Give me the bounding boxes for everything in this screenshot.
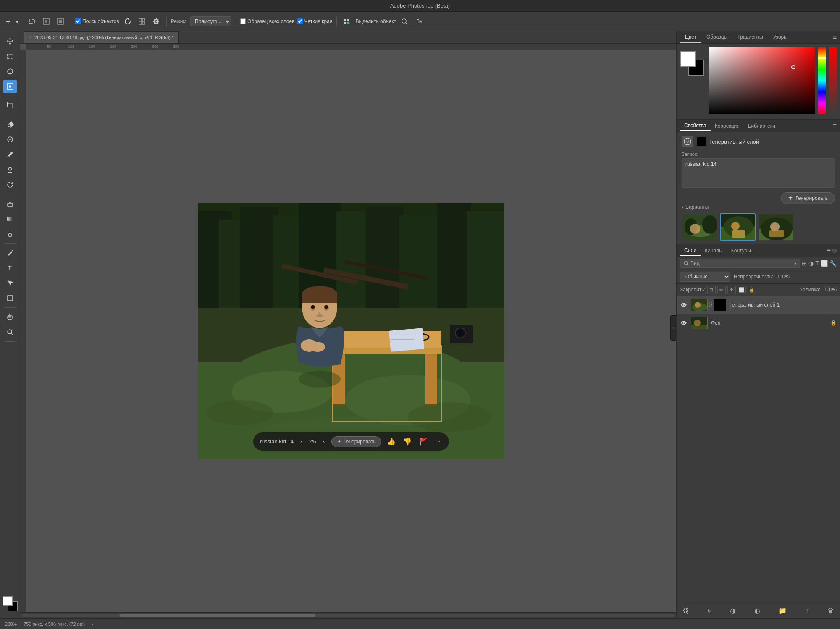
path-select-tool[interactable]	[3, 276, 17, 290]
dodge-tool[interactable]	[3, 227, 17, 241]
blend-mode-select[interactable]: Обычные	[680, 272, 730, 282]
tab-paths[interactable]: Контуры	[727, 246, 755, 255]
lasso-tool[interactable]	[3, 65, 17, 78]
lock-all-btn[interactable]: 🔒	[748, 286, 756, 294]
tab-libraries[interactable]: Библиотеки	[744, 121, 780, 131]
delete-layer-btn[interactable]: 🗑	[825, 606, 837, 616]
new-fill-layer-btn[interactable]: ◐	[752, 606, 763, 616]
opacity-strip[interactable]	[829, 47, 837, 114]
tab-patterns[interactable]: Узоры	[768, 31, 793, 43]
gen-bar-thumbup-btn[interactable]: 👍	[386, 436, 397, 447]
gen-bar-thumbdown-btn[interactable]: 👎	[402, 436, 413, 447]
new-group-btn[interactable]: 📁	[776, 606, 789, 616]
brush-tool[interactable]	[3, 148, 17, 161]
select-all-btn[interactable]	[136, 16, 148, 26]
lock-pixels-btn[interactable]: ⊞	[707, 286, 716, 294]
generate-button[interactable]: Генерировать	[781, 192, 835, 204]
tab-color[interactable]: Цвет	[680, 31, 701, 43]
eraser-tool[interactable]	[3, 197, 17, 210]
lock-artboard-btn[interactable]: ⬜	[738, 286, 746, 294]
stamp-tool[interactable]	[3, 163, 17, 176]
mode-select[interactable]: Прямоуго...	[190, 16, 231, 26]
move-tool-btn[interactable]: ✛ ▾	[3, 16, 24, 26]
tab-gradients[interactable]: Градиенты	[732, 31, 768, 43]
marquee-tool-btn[interactable]	[26, 16, 38, 26]
search-objects-checkbox[interactable]: Поиск объектов	[75, 18, 119, 24]
lock-paint-btn[interactable]: ✏	[717, 286, 726, 294]
svg-point-86	[311, 305, 315, 309]
move-tool[interactable]	[3, 34, 17, 48]
properties-tabs: Свойства Коррекция Библиотеки ≡	[677, 120, 840, 132]
rect-select-tool[interactable]	[3, 50, 17, 63]
main-canvas[interactable]: russian kid 14 ‹ 2/6 › Генерировать 👍 👎 …	[198, 203, 504, 459]
smart-filter-btn[interactable]: 🔧	[830, 260, 837, 267]
expand-status-btn[interactable]: ›	[92, 621, 93, 626]
gen-bar-more-btn[interactable]: ···	[433, 436, 442, 447]
hue-slider[interactable]	[818, 47, 826, 114]
variants-label[interactable]: ▾ Варианты	[682, 204, 835, 210]
color-panel-menu-btn[interactable]: ≡	[833, 34, 837, 41]
link-layers-btn[interactable]: ⛓	[680, 606, 692, 616]
layer-visibility-generative[interactable]	[680, 301, 688, 309]
layer-item-generative[interactable]: ⛓ Генеративный слой 1	[677, 296, 840, 314]
pen-tool[interactable]	[3, 246, 17, 259]
layers-filter-selector[interactable]: Вид ▾	[680, 259, 800, 268]
color-gradient-picker[interactable]	[709, 47, 815, 114]
svg-point-25	[8, 167, 12, 170]
layers-panel-tabs: Слои Каналы Контуры ≡	[677, 244, 840, 257]
add-mask-btn[interactable]: ◑	[727, 606, 738, 616]
horizontal-scrollbar[interactable]	[20, 612, 676, 618]
eyedropper-tool[interactable]	[3, 118, 17, 131]
file-tab[interactable]: × 2023-05-31 13.40.48.jpg @ 200% (Генера…	[24, 31, 179, 43]
refresh-btn[interactable]	[122, 16, 134, 26]
spot-heal-tool[interactable]: +	[3, 133, 17, 146]
new-layer-btn[interactable]: +	[803, 606, 811, 616]
sharp-edges-checkbox[interactable]: Четкие края	[297, 18, 333, 24]
foreground-color[interactable]	[3, 596, 13, 606]
layers-menu-btn[interactable]: ≡	[827, 247, 831, 254]
variant-1[interactable]	[682, 213, 717, 241]
panel-collapse-handle[interactable]: ‹	[670, 315, 676, 341]
gen-bar-flag-btn[interactable]: 🚩	[417, 436, 429, 447]
tool-sep-4	[4, 243, 16, 244]
tab-channels[interactable]: Каналы	[701, 246, 727, 255]
shape-filter-btn[interactable]: ⬜	[821, 260, 828, 267]
fx-btn[interactable]: fx	[705, 607, 714, 615]
gen-bar-next-btn[interactable]: ›	[320, 438, 327, 446]
transform-tool-btn[interactable]	[40, 16, 52, 26]
layer-item-background[interactable]: Фон 🔒	[677, 314, 840, 332]
hand-tool[interactable]	[3, 310, 17, 324]
history-brush-tool[interactable]	[3, 178, 17, 191]
text-filter-btn[interactable]: T	[815, 260, 819, 267]
text-tool[interactable]: T	[3, 261, 17, 275]
query-textarea[interactable]: russian kid 14	[682, 158, 835, 188]
tab-correction[interactable]: Коррекция	[711, 121, 744, 131]
object-select-tool[interactable]	[3, 80, 17, 93]
tab-properties[interactable]: Свойства	[680, 121, 711, 131]
sample-all-layers-checkbox[interactable]: Образец всех слоев	[240, 18, 295, 24]
gen-bar-generate-btn[interactable]: Генерировать	[331, 436, 381, 447]
color-picker-area	[677, 44, 840, 119]
scrollbar-thumb[interactable]	[120, 614, 315, 617]
more-tools[interactable]: ···	[3, 344, 17, 358]
zoom-search-btn[interactable]	[399, 16, 410, 26]
shape-tool[interactable]	[3, 291, 17, 305]
extend-tool-btn[interactable]	[55, 16, 66, 26]
variant-3[interactable]	[758, 213, 794, 241]
lock-move-btn[interactable]: ✛	[727, 286, 736, 294]
adj-filter-btn[interactable]: ◑	[808, 260, 814, 267]
tab-layers[interactable]: Слои	[680, 246, 701, 256]
tab-close-btn[interactable]: ×	[29, 34, 32, 40]
foreground-swatch[interactable]	[680, 51, 696, 67]
settings-btn[interactable]	[150, 16, 162, 26]
zoom-tool[interactable]	[3, 325, 17, 339]
pixel-filter-btn[interactable]: ⊞	[802, 260, 807, 267]
layer-visibility-background[interactable]	[680, 319, 688, 327]
gradient-tool[interactable]	[3, 212, 17, 225]
tab-samples[interactable]: Образцы	[701, 31, 732, 43]
variant-2[interactable]	[720, 213, 756, 241]
ai-select-btn[interactable]	[341, 16, 353, 26]
properties-menu-btn[interactable]: ≡	[833, 122, 837, 130]
crop-tool[interactable]	[3, 99, 17, 112]
gen-bar-prev-btn[interactable]: ‹	[298, 438, 305, 446]
